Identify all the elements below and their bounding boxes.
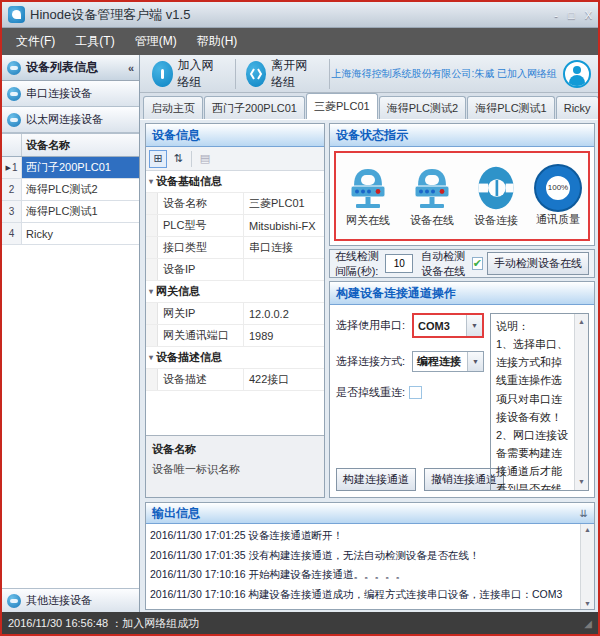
property-value[interactable]: 1989 — [244, 325, 324, 346]
collapse-category-icon[interactable]: ▾ — [149, 353, 153, 362]
maximize-button[interactable]: □ — [568, 9, 575, 21]
grid-strip — [146, 325, 158, 346]
device-name-cell[interactable]: 西门子200PLC01 — [22, 157, 139, 178]
tab-hite-test1[interactable]: 海得PLC测试1 — [467, 96, 555, 119]
category-row[interactable]: ▾ 设备基础信息 — [146, 171, 324, 193]
log-scrollbar[interactable]: ▲ ▼ — [580, 524, 594, 609]
property-grid-toolbar: ⊞ ⇅ ▤ — [146, 147, 324, 171]
tab-start-home[interactable]: 启动主页 — [143, 96, 203, 119]
scroll-up-icon[interactable]: ▲ — [584, 524, 591, 535]
user-avatar[interactable] — [563, 60, 591, 88]
scroll-up-icon[interactable]: ▲ — [578, 314, 585, 330]
property-key: 网关通讯端口 — [158, 325, 244, 346]
categorize-icon[interactable]: ⊞ — [149, 150, 167, 168]
tab-siemens-plc[interactable]: 西门子200PLC01 — [204, 96, 305, 119]
table-row[interactable]: 3 海得PLC测试1 — [2, 201, 139, 223]
auto-hide-pin-icon[interactable]: ⇊ — [580, 508, 588, 519]
collapse-category-icon[interactable]: ▾ — [149, 177, 153, 186]
device-name-cell[interactable]: 海得PLC测试1 — [22, 201, 139, 222]
manual-check-button[interactable]: 手动检测设备在线 — [487, 252, 589, 275]
sidebar-group-serial[interactable]: 串口连接设备 — [2, 81, 139, 107]
log-line: 2016/11/30 17:10:16 构建设备连接通道成功，编程方式连接串口设… — [150, 585, 578, 605]
resize-grip[interactable]: ◢ — [584, 618, 592, 629]
instructions-box: 说明： 1、选择串口、连接方式和掉线重连操作选项只对串口连接设备有效！ 2、网口… — [490, 313, 589, 491]
join-network-group-button[interactable]: 加入网络组 — [144, 57, 233, 91]
sidebar-group-other-label: 其他连接设备 — [26, 593, 92, 608]
quality-percent: 100% — [548, 183, 568, 192]
build-channel-button[interactable]: 构建连接通道 — [336, 468, 416, 491]
auto-check-checkbox[interactable]: ✔ — [472, 257, 483, 270]
property-value[interactable]: 串口连接 — [244, 237, 324, 258]
connect-mode-select[interactable]: 编程连接 ▼ — [412, 351, 484, 372]
scroll-down-icon[interactable]: ▼ — [578, 474, 585, 490]
join-group-label: 加入网络组 — [178, 57, 225, 91]
scroll-down-icon[interactable]: ▼ — [584, 598, 591, 609]
status-indicator-box: 网关在线 — [334, 151, 590, 241]
property-value[interactable]: 三菱PLC01 — [244, 193, 324, 214]
sidebar-header: 设备列表信息 « — [2, 55, 139, 81]
sidebar-group-ethernet[interactable]: 以太网连接设备 — [2, 107, 139, 133]
table-row[interactable]: 4 Ricky — [2, 223, 139, 245]
serial-port-select[interactable]: COM3 ▼ — [414, 315, 482, 336]
grid-strip — [146, 237, 158, 258]
property-description-text: 设备唯一标识名称 — [152, 462, 318, 477]
property-row[interactable]: 网关IP 12.0.0.2 — [146, 303, 324, 325]
status-bar: 2016/11/30 16:56:48 ：加入网络组成功 ◢ — [2, 612, 598, 634]
menu-tools[interactable]: 工具(T) — [65, 28, 124, 55]
tab-mitsubishi-plc[interactable]: 三菱PLC01 — [306, 93, 378, 119]
note-line: 2、网口连接设备需要构建连接通道后才能看到是否在线状态！ — [496, 426, 571, 491]
device-name-cell[interactable]: 海得PLC测试2 — [22, 179, 139, 200]
sidebar-group-other[interactable]: 其他连接设备 — [2, 588, 139, 612]
serial-port-label: 选择使用串口: — [336, 318, 412, 333]
row-number: 2 — [9, 184, 15, 195]
property-row[interactable]: 设备IP — [146, 259, 324, 281]
property-row[interactable]: PLC型号 Mitsubishi-FX — [146, 215, 324, 237]
property-row[interactable]: 设备描述 422接口 — [146, 369, 324, 391]
sort-az-icon[interactable]: ⇅ — [169, 150, 187, 168]
instructions-scrollbar[interactable]: ▲ ▼ — [574, 314, 588, 490]
build-channel-header: 构建设备连接通道操作 — [330, 282, 594, 305]
table-empty-area — [2, 245, 139, 588]
minimize-button[interactable]: - — [554, 9, 558, 21]
property-description-box: 设备名称 设备唯一标识名称 — [146, 435, 324, 497]
log-area: 2016/11/30 17:01:25 设备连接通道断开！ 2016/11/30… — [146, 524, 594, 609]
chevron-down-icon[interactable]: ▼ — [467, 352, 483, 371]
output-header: 输出信息 ⇊ — [146, 503, 594, 524]
menu-manage[interactable]: 管理(M) — [125, 28, 187, 55]
property-value[interactable]: Mitsubishi-FX — [244, 215, 324, 236]
collapse-category-icon[interactable]: ▾ — [149, 287, 153, 296]
table-row[interactable]: 2 海得PLC测试2 — [2, 179, 139, 201]
interval-input[interactable] — [385, 254, 413, 273]
connect-mode-label: 选择连接方式: — [336, 354, 412, 369]
grid-strip — [146, 369, 158, 390]
join-group-icon — [152, 61, 173, 87]
menu-file[interactable]: 文件(F) — [6, 28, 65, 55]
close-button[interactable]: X — [585, 9, 592, 21]
tab-hite-test2[interactable]: 海得PLC测试2 — [379, 96, 467, 119]
collapse-sidebar-button[interactable]: « — [128, 62, 134, 74]
chevron-down-icon[interactable]: ▼ — [466, 315, 482, 336]
app-logo-icon — [8, 6, 25, 23]
router-icon — [344, 165, 392, 211]
category-row[interactable]: ▾ 设备描述信息 — [146, 347, 324, 369]
property-value[interactable]: 12.0.0.2 — [244, 303, 324, 324]
property-row[interactable]: 设备名称 三菱PLC01 — [146, 193, 324, 215]
table-row[interactable]: ▶1 西门子200PLC01 — [2, 157, 139, 179]
reconnect-checkbox[interactable] — [409, 386, 422, 399]
device-name-cell[interactable]: Ricky — [22, 223, 139, 244]
property-value[interactable] — [244, 259, 324, 280]
property-row[interactable]: 网关通讯端口 1989 — [146, 325, 324, 347]
menu-help[interactable]: 帮助(H) — [187, 28, 248, 55]
build-channel-panel: 构建设备连接通道操作 选择使用串口: COM3 ▼ — [329, 281, 595, 498]
category-row[interactable]: ▾ 网关信息 — [146, 281, 324, 303]
window-title: Hinode设备管理客户端 v1.5 — [30, 6, 190, 24]
gateway-online-indicator: 网关在线 — [344, 165, 392, 228]
leave-network-group-button[interactable]: 离开网络组 — [238, 57, 327, 91]
tab-ricky[interactable]: Ricky — [556, 96, 599, 119]
indicator-label: 设备在线 — [410, 213, 454, 228]
property-row[interactable]: 接口类型 串口连接 — [146, 237, 324, 259]
device-name-column-header[interactable]: 设备名称 — [22, 134, 139, 156]
online-check-settings-row: 在线检测间隔(秒): 自动检测设备在线 ✔ 手动检测设备在线 — [329, 249, 595, 278]
property-key: 网关IP — [158, 303, 244, 324]
property-value[interactable]: 422接口 — [244, 369, 324, 390]
